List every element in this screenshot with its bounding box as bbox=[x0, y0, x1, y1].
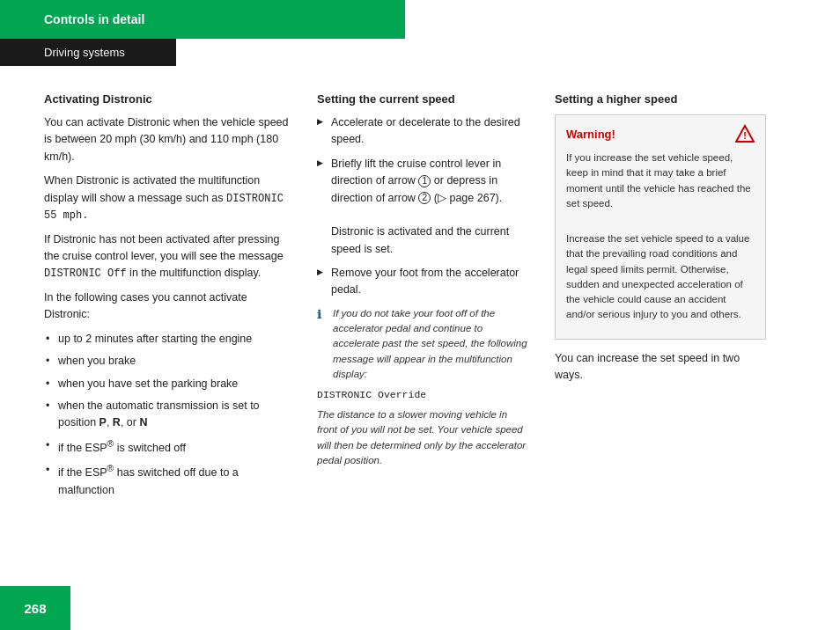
left-para3b: in the multifunction display. bbox=[129, 267, 261, 279]
middle-column: Setting the current speed Accelerate or … bbox=[317, 92, 528, 506]
arrow-item-2b: Distronic is activated and the current s… bbox=[331, 225, 509, 254]
left-para2: When Distronic is activated the multifun… bbox=[44, 172, 291, 224]
left-para3-text: If Distronic has not been activated afte… bbox=[44, 233, 284, 262]
distronic-override: DISTRONIC Override bbox=[317, 389, 528, 400]
list-item: if the ESP® has switched off due to a ma… bbox=[44, 462, 291, 499]
list-item: when the automatic transmission is set t… bbox=[44, 398, 291, 432]
svg-text:!: ! bbox=[743, 130, 747, 141]
list-item: when you have set the parking brake bbox=[44, 376, 291, 392]
warning-header: Warning! ! bbox=[566, 124, 755, 143]
arrow-item-2: Briefly lift the cruise control lever in… bbox=[317, 156, 528, 258]
page-title: Controls in detail bbox=[44, 12, 144, 26]
header-black-bar: Driving systems bbox=[0, 39, 176, 66]
circle-1: 1 bbox=[418, 175, 431, 187]
right-para1: You can increase the set speed in two wa… bbox=[555, 350, 766, 385]
info-text: If you do not take your foot off of the … bbox=[333, 308, 527, 379]
header-green-bar: Controls in detail bbox=[0, 0, 405, 39]
list-item: up to 2 minutes after starting the engin… bbox=[44, 331, 291, 348]
page-number-box: 268 bbox=[0, 586, 70, 630]
warning-box: Warning! ! If you increase the set vehic… bbox=[555, 114, 766, 340]
page-wrapper: Controls in detail Driving systems Activ… bbox=[0, 0, 840, 630]
bullet-list: up to 2 minutes after starting the engin… bbox=[44, 331, 291, 499]
main-content: Activating Distronic You can activate Di… bbox=[0, 66, 840, 524]
circle-2: 2 bbox=[418, 192, 431, 204]
left-column: Activating Distronic You can activate Di… bbox=[44, 92, 291, 506]
left-mono2: DISTRONIC Off bbox=[44, 267, 127, 280]
list-item: if the ESP® is switched off bbox=[44, 437, 291, 458]
warning-triangle-icon: ! bbox=[735, 124, 755, 143]
left-para3: If Distronic has not been activated afte… bbox=[44, 231, 291, 282]
right-column: Setting a higher speed Warning! ! If you… bbox=[555, 92, 766, 506]
arrow-item-3: Remove your foot from the accelerator pe… bbox=[317, 265, 528, 299]
page-number: 268 bbox=[24, 601, 46, 616]
right-heading: Setting a higher speed bbox=[555, 92, 766, 106]
middle-heading: Setting the current speed bbox=[317, 92, 528, 106]
left-para1: You can activate Distronic when the vehi… bbox=[44, 114, 291, 165]
warning-text-2: Increase the set vehicle speed to a valu… bbox=[566, 231, 755, 323]
warning-text-1: If you increase the set vehicle speed, k… bbox=[566, 150, 755, 211]
italic-para: The distance to a slower moving vehicle … bbox=[317, 407, 528, 468]
info-icon: ℹ bbox=[317, 306, 321, 324]
left-para4: In the following cases you cannot activa… bbox=[44, 289, 291, 324]
warning-label: Warning! bbox=[566, 128, 615, 141]
left-heading: Activating Distronic bbox=[44, 92, 291, 106]
section-subtitle: Driving systems bbox=[44, 46, 125, 59]
list-item: when you brake bbox=[44, 353, 291, 370]
arrow-item-1: Accelerate or decelerate to the desired … bbox=[317, 114, 528, 149]
arrow-list: Accelerate or decelerate to the desired … bbox=[317, 114, 528, 299]
info-block: ℹ If you do not take your foot off of th… bbox=[317, 306, 528, 382]
